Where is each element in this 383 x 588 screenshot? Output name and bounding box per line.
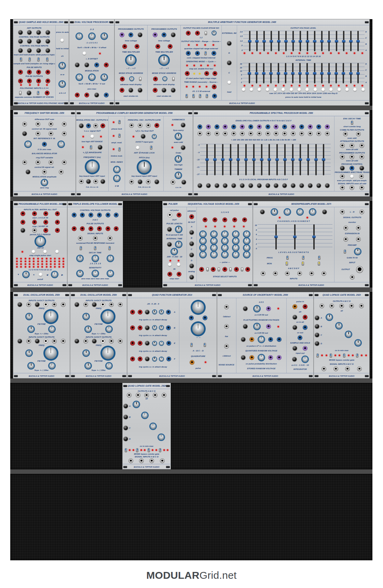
slider[interactable] <box>249 63 250 83</box>
slider[interactable] <box>328 63 330 83</box>
quad-function-generator-281t[interactable]: QUAD FUNCTION GENERATOR 281t.05 · 5 .05 … <box>127 292 217 378</box>
slider-handle[interactable] <box>291 72 295 75</box>
slider[interactable] <box>315 144 317 175</box>
quad-lopass-gate-292t-2[interactable]: QUAD LOPASS GATE MODEL 292tOUTPUTS A B C… <box>122 383 171 469</box>
slider-handle[interactable] <box>342 40 345 42</box>
slider[interactable] <box>206 144 208 175</box>
slider[interactable] <box>350 31 352 51</box>
slider[interactable] <box>263 31 265 51</box>
slider[interactable] <box>278 63 279 83</box>
slider-handle[interactable] <box>356 40 360 42</box>
multiple-arbitrary-function-generator-248t[interactable]: MULTIPLE ARBITRARY FUNCTION GENERATOR MO… <box>114 19 370 106</box>
slider[interactable] <box>292 31 294 51</box>
slider-handle[interactable] <box>255 40 259 42</box>
slider-handle[interactable] <box>291 40 295 42</box>
slider[interactable] <box>314 63 315 83</box>
slider[interactable] <box>357 63 359 83</box>
slider-handle[interactable] <box>275 158 279 161</box>
slider[interactable] <box>294 224 296 250</box>
slider[interactable] <box>230 144 231 175</box>
slider-handle[interactable] <box>270 40 273 42</box>
slider-handle[interactable] <box>327 72 331 75</box>
slider-handle[interactable] <box>327 40 331 42</box>
slider-handle[interactable] <box>277 40 281 42</box>
slider-handle[interactable] <box>320 72 324 75</box>
slider-handle[interactable] <box>262 72 265 75</box>
slider[interactable] <box>300 144 301 175</box>
slider-handle[interactable] <box>314 158 318 161</box>
slider[interactable] <box>321 31 323 51</box>
slider-handle[interactable] <box>260 158 263 161</box>
slider-handle[interactable] <box>213 158 217 161</box>
slider-handle[interactable] <box>356 72 360 75</box>
slider[interactable] <box>214 144 216 175</box>
slider-handle[interactable] <box>322 158 325 161</box>
slider[interactable] <box>313 224 315 250</box>
slider[interactable] <box>285 31 287 51</box>
programmable-complex-waveform-generator-259t[interactable]: PROGRAMMABLE COMPLEX WAVEFORM GENERATOR … <box>76 110 193 197</box>
slider[interactable] <box>245 144 247 175</box>
slider[interactable] <box>323 144 324 175</box>
slider-handle[interactable] <box>342 72 345 75</box>
slider-handle[interactable] <box>334 72 338 75</box>
slider[interactable] <box>271 31 272 51</box>
slider-handle[interactable] <box>320 40 324 42</box>
dual-voltage-processor-257t[interactable]: DUAL VOLTAGE PROCESSOR MODEL 257t.5 .5-1… <box>69 19 114 106</box>
slider[interactable] <box>270 63 272 83</box>
slider-handle[interactable] <box>305 72 309 75</box>
mixer-preamplifier-207t[interactable]: MIXER/PREAMPLIFIER MODEL 207tC H A N N E… <box>253 201 370 288</box>
slider-handle[interactable] <box>313 72 316 75</box>
slider-handle[interactable] <box>299 40 302 42</box>
slider[interactable] <box>263 63 264 83</box>
slider[interactable] <box>249 31 250 51</box>
slider[interactable] <box>314 31 315 51</box>
slider[interactable] <box>222 144 223 175</box>
programmable-pulser-243t[interactable]: PROGRAMMABLE PULSER MODEL 243tINPUTS ALT… <box>13 201 67 288</box>
frequency-shifter-285t[interactable]: FREQUENCY SHIFTER MODEL 285tdifference O… <box>13 110 76 197</box>
slider[interactable] <box>284 144 286 175</box>
slider-handle[interactable] <box>244 158 248 161</box>
slider-handle[interactable] <box>299 158 302 161</box>
slider[interactable] <box>276 144 278 175</box>
slider-handle[interactable] <box>293 236 297 238</box>
slider-handle[interactable] <box>229 158 232 161</box>
slider-handle[interactable] <box>298 72 302 75</box>
slider[interactable] <box>306 63 308 83</box>
programmable-spectral-processor-296t[interactable]: PROGRAMMABLE SPECTRAL PROCESSOR MODEL 29… <box>193 110 370 197</box>
slider-handle[interactable] <box>277 72 280 75</box>
slider[interactable] <box>336 63 337 83</box>
slider[interactable] <box>307 144 309 175</box>
slider-handle[interactable] <box>349 72 353 75</box>
quad-sample-and-hold-264t[interactable]: QUAD SAMPLE AND HOLD MODEL 264tART OUTPU… <box>13 19 69 106</box>
slider-handle[interactable] <box>268 158 271 161</box>
slider-handle[interactable] <box>236 158 240 161</box>
slider[interactable] <box>343 63 344 83</box>
slider-handle[interactable] <box>306 158 310 161</box>
dual-oscillator-258t-a[interactable]: DUAL OSCILLATOR MODEL 258tINPUTS 1V/OCT … <box>13 292 70 378</box>
slider[interactable] <box>256 63 257 83</box>
slider-handle[interactable] <box>291 158 295 161</box>
slider[interactable] <box>285 63 286 83</box>
slider-handle[interactable] <box>335 40 338 42</box>
modulargrid-logo[interactable]: MODULARGrid.net <box>0 570 383 581</box>
slider-handle[interactable] <box>284 40 288 42</box>
sequential-voltage-source-245t[interactable]: PULSERSEQUENTIAL VOLTAGE SOURCE MODEL 24… <box>162 201 253 288</box>
dual-oscillator-258t-b[interactable]: DUAL OSCILLATOR MODEL 258tINPUTS 1V/OCT … <box>70 292 127 378</box>
source-of-uncertainty-266t[interactable]: SOURCE OF UNCERTAINTY MODEL 266t-3db/oct… <box>217 292 314 378</box>
slider-handle[interactable] <box>313 40 316 42</box>
slider-handle[interactable] <box>248 72 251 75</box>
slider[interactable] <box>343 31 344 51</box>
slider-handle[interactable] <box>306 40 309 42</box>
slider-handle[interactable] <box>269 72 273 75</box>
slider[interactable] <box>321 63 323 83</box>
slider[interactable] <box>350 63 352 83</box>
slider-handle[interactable] <box>274 236 278 238</box>
slider[interactable] <box>292 144 293 175</box>
slider[interactable] <box>253 144 255 175</box>
slider[interactable] <box>261 144 262 175</box>
slider-handle[interactable] <box>312 236 316 238</box>
slider-handle[interactable] <box>284 72 287 75</box>
slider[interactable] <box>269 144 270 175</box>
slider[interactable] <box>336 31 337 51</box>
slider[interactable] <box>237 144 239 175</box>
